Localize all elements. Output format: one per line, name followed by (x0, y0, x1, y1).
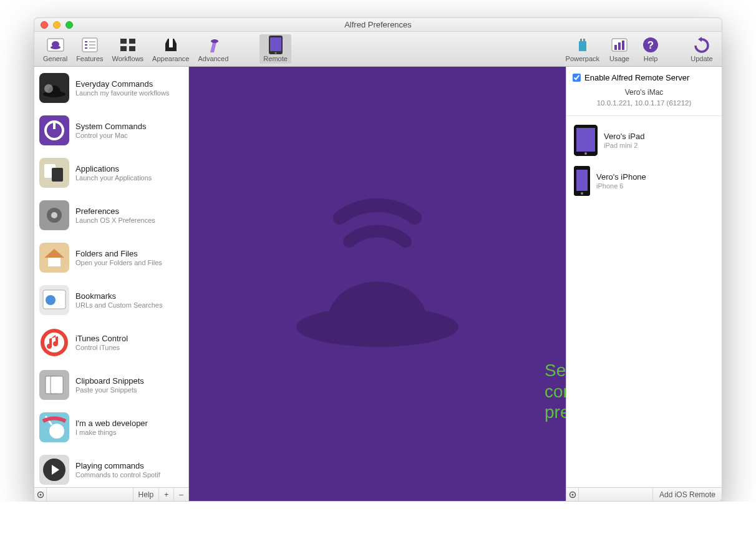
toolbar-tab-label: Advanced (198, 55, 228, 62)
enable-server-label: Enable Alfred Remote Server (584, 73, 689, 82)
globe-icon (39, 285, 69, 315)
device-icon (574, 125, 598, 156)
page-title: Folders and Files (75, 249, 162, 258)
features-icon (80, 36, 99, 54)
page-subtitle: Open your Folders and Files (75, 259, 162, 266)
toolbar-tab-features[interactable]: Features (72, 34, 107, 64)
toolbar-tab-help[interactable]: ?Help (636, 34, 666, 64)
server-config: Enable Alfred Remote Server Vero's iMac … (566, 67, 722, 116)
page-title: Everyday Commands (75, 79, 169, 89)
music-icon (39, 328, 69, 357)
preferences-window: Alfred Preferences GeneralFeaturesWorkfl… (34, 17, 722, 502)
svg-rect-27 (53, 120, 56, 129)
remote-icon (266, 36, 285, 54)
svg-rect-7 (129, 46, 135, 51)
svg-rect-6 (120, 46, 127, 51)
svg-rect-4 (120, 39, 127, 44)
sidebar-help-button[interactable]: Help (133, 488, 159, 501)
preferences-toolbar: GeneralFeaturesWorkflowsAppearanceAdvanc… (34, 32, 722, 67)
powerpack-icon (573, 36, 592, 54)
page-subtitle: I make things (75, 429, 148, 436)
rightpane-footer: Add iOS Remote (566, 487, 722, 501)
right-pane: Enable Alfred Remote Server Vero's iMac … (566, 67, 722, 501)
toolbar-tab-general[interactable]: General (39, 34, 71, 64)
toolbar-tab-advanced[interactable]: Advanced (194, 34, 232, 64)
remote-page-item[interactable]: System CommandsControl your Mac (34, 109, 188, 152)
page-subtitle: Launch my favourite workflows (75, 89, 169, 97)
toolbar-tab-usage[interactable]: Usage (604, 34, 634, 64)
toolbar-tab-workflows[interactable]: Workflows (109, 34, 148, 64)
page-subtitle: URLs and Custom Searches (75, 301, 162, 309)
gear-icon (569, 491, 576, 498)
toolbar-tab-label: Remote (263, 55, 288, 62)
toolbar-tab-remote[interactable]: Remote (259, 34, 291, 64)
svg-rect-18 (618, 42, 621, 50)
remote-page-item[interactable]: Clipboard SnippetsPaste your Snippets (34, 364, 188, 406)
svg-point-33 (51, 212, 57, 218)
toolbar-tab-appearance[interactable]: Appearance (148, 34, 193, 64)
device-name: Vero's iPhone (596, 172, 646, 182)
svg-rect-11 (270, 37, 281, 51)
add-ios-remote-button[interactable]: Add iOS Remote (652, 488, 722, 501)
svg-rect-17 (614, 45, 617, 50)
connected-device[interactable]: Vero's iPadiPad mini 2 (566, 120, 722, 161)
remote-page-item[interactable]: Everyday CommandsLaunch my favourite wor… (34, 67, 188, 109)
sidebar-gear-button[interactable] (34, 488, 47, 501)
sidebar-footer: Help + – (34, 487, 188, 501)
svg-point-49 (39, 493, 41, 495)
page-subtitle: Control iTunes (75, 344, 128, 351)
clipboard-icon (39, 370, 69, 400)
svg-rect-19 (622, 41, 624, 50)
update-icon (692, 36, 711, 54)
enable-server-row[interactable]: Enable Alfred Remote Server (573, 73, 715, 82)
enable-server-checkbox[interactable] (573, 74, 581, 82)
svg-rect-35 (48, 258, 61, 266)
svg-point-12 (274, 52, 276, 54)
toolbar-tab-update[interactable]: Update (687, 34, 717, 64)
center-content: Server config preferences (189, 67, 566, 501)
connected-devices: Vero's iPadiPad mini 2Vero's iPhoneiPhon… (566, 116, 722, 487)
toolbar-tab-powerpack[interactable]: Powerpack (562, 34, 603, 64)
server-host-info: Vero's iMac 10.0.1.221, 10.0.1.17 (61212… (573, 87, 715, 108)
sidebar-add-button[interactable]: + (158, 488, 173, 501)
page-title: iTunes Control (75, 334, 128, 343)
remote-pages-list: Everyday CommandsLaunch my favourite wor… (34, 67, 188, 487)
appearance-icon (162, 36, 180, 54)
sidebar-remove-button[interactable]: – (173, 488, 188, 501)
page-subtitle: Launch your Applications (75, 174, 152, 182)
rightpane-gear-button[interactable] (566, 488, 579, 501)
svg-rect-43 (51, 376, 63, 394)
remote-page-item[interactable]: iTunes ControlControl iTunes (34, 321, 188, 364)
hat-icon (39, 73, 69, 103)
svg-rect-25 (39, 115, 69, 145)
toolbar-tab-label: Usage (609, 55, 629, 62)
general-icon (46, 36, 65, 54)
svg-point-9 (211, 39, 218, 43)
svg-rect-13 (579, 41, 586, 51)
device-model: iPhone 6 (596, 182, 646, 190)
svg-point-38 (46, 295, 56, 305)
svg-point-2 (52, 41, 59, 47)
connected-device[interactable]: Vero's iPhoneiPhone 6 (566, 161, 722, 201)
left-sidebar: Everyday CommandsLaunch my favourite wor… (34, 67, 189, 501)
svg-point-56 (581, 192, 583, 195)
svg-rect-5 (129, 39, 135, 44)
remote-page-item[interactable]: Playing commandsCommands to control Spot… (34, 449, 188, 487)
window-titlebar: Alfred Preferences (34, 18, 722, 32)
svg-rect-15 (583, 39, 585, 41)
remote-page-item[interactable]: Folders and FilesOpen your Folders and F… (34, 236, 188, 279)
remote-page-item[interactable]: PreferencesLaunch OS X Preferences (34, 194, 188, 236)
page-title: Playing commands (75, 461, 160, 470)
play-icon (39, 455, 69, 485)
toolbar-tab-label: Features (76, 55, 103, 62)
svg-text:?: ? (647, 39, 654, 51)
remote-page-item[interactable]: I'm a web developerI make things (34, 406, 188, 449)
unicorn-icon (39, 412, 69, 442)
page-title: Bookmarks (75, 291, 162, 301)
svg-rect-8 (169, 39, 173, 47)
gear-icon (37, 491, 44, 498)
remote-page-item[interactable]: ApplicationsLaunch your Applications (34, 152, 188, 194)
remote-page-item[interactable]: BookmarksURLs and Custom Searches (34, 279, 188, 321)
advanced-icon (204, 36, 223, 54)
toolbar-tab-label: Powerpack (566, 55, 599, 62)
